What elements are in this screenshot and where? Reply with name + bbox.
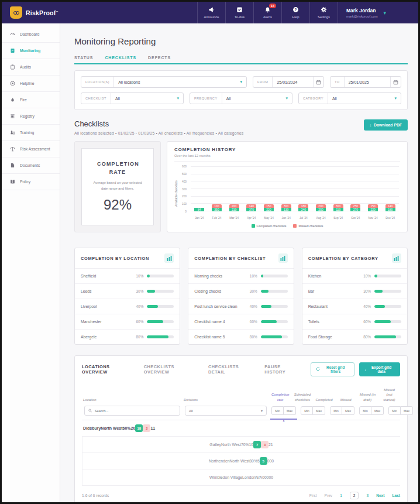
- stacked-bar[interactable]: 140370: [246, 204, 256, 211]
- stacked-bar[interactable]: 140180: [385, 204, 395, 211]
- pagination-page-current[interactable]: 2: [350, 492, 359, 499]
- max-input[interactable]: [284, 406, 296, 415]
- sidebar-item-label: Registry: [20, 114, 35, 118]
- min-input[interactable]: [388, 406, 401, 415]
- sidebar-item-helpline[interactable]: Helpline: [2, 76, 60, 92]
- grid-tab-locations-overview[interactable]: LOCATIONS OVERVIEW: [82, 364, 135, 375]
- completion-by-category-panel: COMPLETION BY CATEGORY Kitchen10%Bar30%R…: [302, 248, 408, 345]
- topbar-item-help[interactable]: ? Help: [281, 2, 309, 23]
- panel-row-percent: 30%: [363, 289, 371, 293]
- sort-button[interactable]: [164, 253, 174, 263]
- grid-tab-checklists-overview[interactable]: CHECKLISTS OVERVIEW: [144, 364, 199, 375]
- export-grid-data-button[interactable]: ↓ Export grid data: [359, 362, 400, 376]
- search-input[interactable]: [95, 409, 176, 413]
- pagination-next[interactable]: Next: [376, 493, 384, 498]
- pagination-first[interactable]: First: [309, 493, 317, 498]
- max-input[interactable]: [342, 406, 354, 415]
- sidebar-item-registry[interactable]: Registry: [2, 108, 60, 125]
- table-row[interactable]: GatleyNorth West70%107321: [82, 437, 400, 453]
- stacked-bar[interactable]: 84: [194, 208, 204, 211]
- stacked-bar[interactable]: 300130: [281, 204, 291, 211]
- panel-row: Morning checks10%: [188, 269, 293, 284]
- panel-row-percent: 60%: [363, 320, 371, 324]
- progress-bar-fill: [147, 305, 157, 308]
- stacked-bar[interactable]: 250270: [350, 204, 360, 211]
- cell-location: Northenden: [209, 459, 230, 463]
- progress-bar-fill: [261, 320, 277, 323]
- grid-tab-pause-history[interactable]: PAUSE HISTORY: [264, 364, 301, 375]
- x-tick-label: Dec '24: [381, 217, 399, 220]
- sidebar-item-fire[interactable]: Fire: [2, 92, 60, 108]
- tab-defects[interactable]: DEFECTS: [148, 56, 171, 63]
- sort-button[interactable]: [278, 253, 288, 263]
- pagination-page[interactable]: 3: [366, 493, 369, 498]
- from-date-field[interactable]: FROM 25/01/2024: [253, 76, 324, 88]
- min-input[interactable]: [418, 406, 418, 415]
- sidebar-item-monitoring[interactable]: Monitoring: [2, 43, 60, 59]
- brand[interactable]: RiskProof™: [2, 2, 67, 23]
- min-input[interactable]: [301, 406, 313, 415]
- to-date-field[interactable]: TO 25/01/2025: [330, 76, 401, 88]
- chart-y-axis-label: Available checklists: [174, 164, 179, 223]
- stacked-bar[interactable]: 300110: [333, 204, 343, 211]
- panel-row-label: Sheffield: [81, 274, 136, 278]
- pagination-last[interactable]: Last: [392, 493, 400, 498]
- download-icon: ↓: [364, 368, 366, 372]
- column-filter: [328, 404, 357, 420]
- topbar-item-announce[interactable]: Announce: [197, 2, 225, 23]
- divisions-select[interactable]: All▾: [185, 406, 267, 416]
- export-grid-data-label: Export grid data: [368, 365, 395, 373]
- x-tick-label: Apr '24: [243, 217, 260, 220]
- table-row[interactable]: DidsburyNorth West60%2018211: [82, 420, 400, 437]
- frequency-select[interactable]: FREQUENCY All▾: [190, 92, 292, 104]
- stacked-bar[interactable]: 180240: [298, 204, 308, 211]
- max-input[interactable]: [401, 406, 413, 415]
- download-pdf-button[interactable]: ↓ Download PDF: [364, 119, 408, 131]
- min-input[interactable]: [330, 406, 342, 415]
- user-menu[interactable]: Mark Jordan mark@riskproof.com ▾: [338, 2, 418, 23]
- checklist-select[interactable]: CHECKLIST All▾: [81, 92, 184, 104]
- max-input[interactable]: [371, 406, 384, 415]
- reset-grid-filters-button[interactable]: Reset grid filters: [311, 362, 354, 376]
- progress-bar: [261, 275, 288, 277]
- stacked-bar[interactable]: 100350: [212, 204, 222, 211]
- panel-row: Leeds30%: [75, 284, 180, 299]
- tab-checklists[interactable]: CHECKLISTS: [105, 56, 136, 63]
- category-select[interactable]: CATEGORY All▾: [298, 92, 401, 104]
- stacked-bar[interactable]: 150220: [368, 204, 378, 211]
- min-input[interactable]: [359, 406, 371, 415]
- sort-button[interactable]: [392, 253, 401, 263]
- section-title: Checklists: [74, 119, 243, 128]
- location-search-input[interactable]: [84, 406, 180, 416]
- sidebar-item-risk-assessment[interactable]: Risk Assessment: [2, 141, 60, 157]
- checklist-label: CHECKLIST: [81, 93, 111, 104]
- bar-group: 300130: [277, 166, 295, 211]
- tab-status[interactable]: STATUS: [74, 56, 93, 63]
- completion-history-card: COMPLETION HISTORY Over the last 12 mont…: [167, 141, 408, 232]
- sidebar-item-dashboard[interactable]: Dashboard: [2, 26, 60, 43]
- sidebar-item-training[interactable]: Training: [2, 125, 60, 141]
- table-row[interactable]: NorthendenNorth West80%55000: [82, 453, 400, 469]
- column-header: Missed (not started): [378, 384, 400, 404]
- sidebar-item-documents[interactable]: Documents: [2, 157, 60, 174]
- cell-division: North West: [101, 426, 122, 430]
- stacked-bar[interactable]: 200250: [316, 204, 326, 211]
- min-input[interactable]: [271, 406, 284, 415]
- sidebar-item-audits[interactable]: Audits: [2, 59, 60, 76]
- locations-select[interactable]: LOCATION(S) All locations▾: [81, 76, 247, 88]
- max-input[interactable]: [313, 406, 325, 415]
- stacked-bar[interactable]: 150220: [264, 204, 274, 211]
- pagination-page[interactable]: 1: [340, 493, 342, 498]
- stacked-bar[interactable]: 200210: [229, 204, 239, 211]
- topbar-item-settings[interactable]: Settings: [309, 2, 338, 23]
- sidebar-item-policy[interactable]: Policy: [2, 174, 60, 190]
- topbar-item-todos[interactable]: To-dos: [225, 2, 253, 23]
- x-tick-label: Oct '24: [347, 217, 364, 220]
- grid-tab-checklists-detail[interactable]: CHECKLISTS DETAIL: [208, 364, 255, 375]
- column-header: Location: [82, 394, 183, 404]
- completion-by-location-panel: COMPLETION BY LOCATION Sheffield10%Leeds…: [74, 248, 180, 345]
- table-row[interactable]: Wimbledon VillageLondonN/A00000: [82, 469, 400, 486]
- topbar-item-alerts[interactable]: 14 Alerts: [253, 2, 281, 23]
- cell-division: London: [242, 475, 256, 479]
- pagination-prev[interactable]: Prev: [325, 493, 333, 498]
